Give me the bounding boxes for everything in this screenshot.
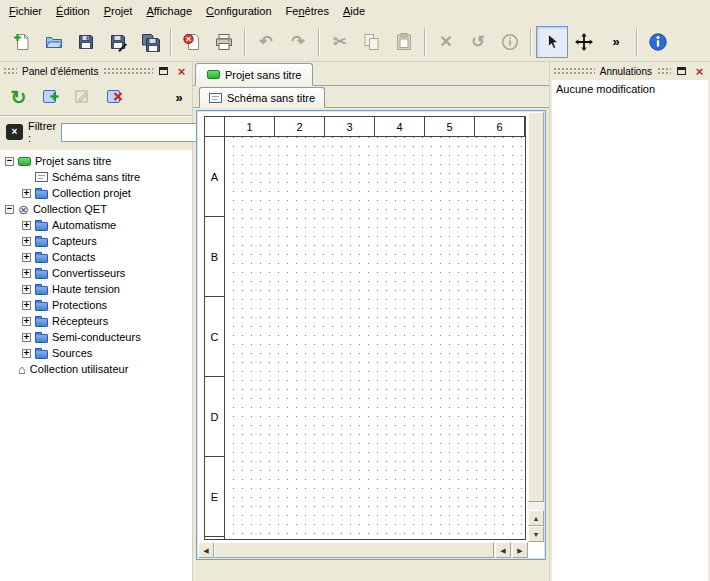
tree-item-capteurs[interactable]: Capteurs xyxy=(0,233,192,249)
menu-aide[interactable]: Aide xyxy=(336,0,372,22)
menu-label: ide xyxy=(350,5,365,17)
new-document-icon xyxy=(12,32,32,52)
dock-float-button[interactable] xyxy=(674,64,689,78)
toolbar-separator xyxy=(424,28,426,56)
tree-item-convertisseurs[interactable]: Convertisseurs xyxy=(0,265,192,281)
dock-float-button[interactable] xyxy=(156,64,171,78)
dock-grip[interactable] xyxy=(3,67,17,75)
scroll-right-button[interactable] xyxy=(512,542,528,558)
menu-label: ichier xyxy=(16,5,42,17)
toolbar-overflow-button[interactable] xyxy=(600,26,632,58)
delete-element-button[interactable] xyxy=(101,84,128,111)
panel-overflow-button[interactable] xyxy=(171,84,187,111)
tab-schema[interactable]: Schéma sans titre xyxy=(199,87,325,108)
rotate-button[interactable] xyxy=(462,26,494,58)
expander-icon[interactable] xyxy=(5,157,14,166)
copy-button[interactable] xyxy=(356,26,388,58)
tree-item-automatisme[interactable]: Automatisme xyxy=(0,217,192,233)
vertical-scroll-thumb[interactable] xyxy=(528,112,544,502)
expander-icon[interactable] xyxy=(22,237,31,246)
reload-icon xyxy=(11,88,27,107)
tree-item-projet-sans-titre[interactable]: Projet sans titre xyxy=(0,153,192,169)
save-button[interactable] xyxy=(70,26,102,58)
scroll-down-button[interactable] xyxy=(528,526,544,542)
expander-icon[interactable] xyxy=(22,333,31,342)
tree-item-collection-qet[interactable]: Collection QET xyxy=(0,201,192,217)
menu-fenetres[interactable]: Fenêtres xyxy=(279,0,336,22)
about-qet-button[interactable] xyxy=(642,26,674,58)
diagram-border: 1 2 3 4 5 6 A B C D E xyxy=(204,116,526,540)
diagram-canvas[interactable] xyxy=(225,137,525,539)
expander-icon[interactable] xyxy=(22,221,31,230)
undo-button[interactable] xyxy=(250,26,282,58)
tree-item-collection-utilisateur[interactable]: Collection utilisateur xyxy=(0,361,192,377)
printer-icon xyxy=(214,32,234,52)
scroll-left-button[interactable] xyxy=(198,542,214,558)
expander-icon[interactable] xyxy=(22,253,31,262)
undo-history-list[interactable]: Aucune modification xyxy=(552,80,708,581)
expander-icon[interactable] xyxy=(22,269,31,278)
expander-icon[interactable] xyxy=(22,317,31,326)
tree-item-sources[interactable]: Sources xyxy=(0,345,192,361)
folder-icon xyxy=(35,350,48,359)
save-as-button[interactable] xyxy=(102,26,134,58)
expander-icon[interactable] xyxy=(22,301,31,310)
open-project-button[interactable] xyxy=(38,26,70,58)
menu-configuration[interactable]: Configuration xyxy=(199,0,278,22)
folder-icon xyxy=(35,238,48,247)
schema-tab-bar: Schéma sans titre xyxy=(193,86,549,108)
undo-panel-titlebar[interactable]: Annulations xyxy=(550,62,710,80)
cut-button[interactable] xyxy=(324,26,356,58)
tree-item-protections[interactable]: Protections xyxy=(0,297,192,313)
horizontal-scroll-thumb[interactable] xyxy=(214,542,494,558)
delete-button[interactable] xyxy=(430,26,462,58)
tab-project[interactable]: Projet sans titre xyxy=(195,63,313,86)
scroll-left-button-2[interactable] xyxy=(495,542,511,558)
tree-item-collection-projet[interactable]: Collection projet xyxy=(0,185,192,201)
expander-icon[interactable] xyxy=(22,285,31,294)
expander-icon[interactable] xyxy=(22,189,31,198)
dock-close-button[interactable] xyxy=(692,64,707,78)
save-all-button[interactable] xyxy=(134,26,166,58)
tree-item-label: Convertisseurs xyxy=(52,267,125,279)
new-document-button[interactable] xyxy=(6,26,38,58)
folder-icon xyxy=(35,286,48,295)
element-info-button[interactable] xyxy=(494,26,526,58)
tree-item-contacts[interactable]: Contacts xyxy=(0,249,192,265)
elements-panel-titlebar[interactable]: Panel d'éléments xyxy=(0,62,192,80)
scroll-up-button[interactable] xyxy=(528,510,544,526)
dock-grip[interactable] xyxy=(553,67,595,75)
menu-edition[interactable]: Édition xyxy=(49,0,97,22)
filter-input[interactable] xyxy=(61,123,211,142)
floppy-pencil-icon xyxy=(108,32,128,52)
horizontal-scrollbar[interactable] xyxy=(198,542,528,558)
new-element-button[interactable] xyxy=(37,84,64,111)
tree-item-haute-tension[interactable]: Haute tension xyxy=(0,281,192,297)
menu-label: A xyxy=(146,5,153,17)
move-arrows-icon xyxy=(574,32,594,52)
expander-icon[interactable] xyxy=(22,349,31,358)
tree-item-schema-sans-titre[interactable]: Schéma sans titre xyxy=(0,169,192,185)
clear-filter-button[interactable] xyxy=(6,124,23,140)
reload-collections-button[interactable] xyxy=(5,84,32,111)
dock-grip[interactable] xyxy=(103,67,153,75)
menu-fichier[interactable]: Fichier xyxy=(2,0,49,22)
tree-item-semi-conducteurs[interactable]: Semi-conducteurs xyxy=(0,329,192,345)
paste-button[interactable] xyxy=(388,26,420,58)
dock-grip[interactable] xyxy=(657,67,671,75)
folder-icon xyxy=(35,302,48,311)
expander-icon[interactable] xyxy=(5,205,14,214)
redo-button[interactable] xyxy=(282,26,314,58)
tree-item-recepteurs[interactable]: Récepteurs xyxy=(0,313,192,329)
qet-collection-icon xyxy=(18,203,29,216)
close-document-button[interactable] xyxy=(176,26,208,58)
dock-close-button[interactable] xyxy=(174,64,189,78)
move-mode-button[interactable] xyxy=(568,26,600,58)
menu-projet[interactable]: Projet xyxy=(97,0,140,22)
toolbar-separator xyxy=(244,28,246,56)
print-button[interactable] xyxy=(208,26,240,58)
select-mode-button[interactable] xyxy=(536,26,568,58)
menu-affichage[interactable]: Affichage xyxy=(139,0,199,22)
edit-element-button[interactable] xyxy=(69,84,96,111)
vertical-scrollbar[interactable] xyxy=(528,112,544,542)
